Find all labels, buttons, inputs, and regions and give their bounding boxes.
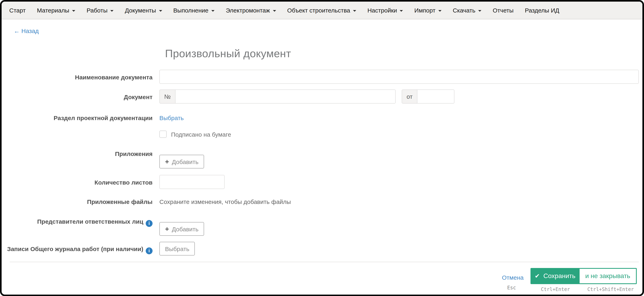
attached-files-hint: Сохраните изменения, чтобы добавить файл… [160,198,291,205]
journal-records-select-label: Выбрать [165,245,190,252]
form-row-attached-files: Приложенные файлы Сохраните изменения, ч… [2,198,639,205]
page-title: Произвольный документ [165,48,291,60]
sheet-count-input[interactable] [160,175,224,189]
app-window: Старт Материалы Работы Документы Выполне… [0,0,644,296]
back-link-label: Назад [21,28,39,34]
caret-down-icon [478,10,482,12]
save-shortcut-hint: Ctrl+Enter [530,286,580,292]
caret-down-icon [110,10,114,12]
nav-item-documents[interactable]: Документы [119,2,168,19]
caret-down-icon [353,10,356,12]
back-link[interactable]: ← Назад [14,28,39,34]
form-row-journal-records: Записи Общего журнала работ (при наличии… [2,242,639,255]
nav-item-settings[interactable]: Настройки [362,2,409,19]
caret-down-icon [273,10,276,12]
signed-on-paper-option[interactable]: Подписано на бумаге [160,131,639,138]
nav-item-import[interactable]: Импорт [409,2,447,19]
save-and-keep-open-label: и не закрывать [585,272,630,280]
document-date-group: от [402,90,454,104]
nav-item-reports[interactable]: Отчеты [487,2,519,19]
save-button-label: Сохранить [544,272,575,280]
sheet-count-label: Количество листов [2,175,160,186]
document-label: Документ [2,90,160,101]
attachments-add-button[interactable]: + Добавить [160,155,204,168]
nav-item-label: Старт [9,7,26,14]
nav-item-label: Объект строительства [287,7,350,14]
save-keep-open-shortcut-hint: Ctrl+Shift+Enter [580,286,641,292]
form-row-attachments: Приложения + Добавить [2,150,639,168]
nav-item-label: Импорт [414,7,436,14]
nav-item-materials[interactable]: Материалы [32,2,81,19]
nav-item-label: Скачать [453,7,476,14]
save-and-keep-open-button[interactable]: и не закрывать [580,269,636,283]
form-row-document: Документ № от [2,90,639,104]
representatives-label: Представители ответственных лицi [2,218,160,227]
number-addon: № [160,90,176,104]
form-row-project-section: Раздел проектной документации Выбрать [2,114,639,122]
nav-item-works[interactable]: Работы [81,2,119,19]
document-number-input[interactable] [176,90,396,104]
nav-item-execution[interactable]: Выполнение [168,2,220,19]
document-name-label: Наименование документа [2,70,160,81]
caret-down-icon [211,10,214,12]
nav-item-label: Работы [86,7,108,14]
nav-item-label: Выполнение [173,7,208,14]
nav-item-id-sections[interactable]: Разделы ИД [519,2,565,19]
form-row-sheet-count: Количество листов [2,175,639,189]
attached-files-label: Приложенные файлы [2,198,160,205]
save-button-group: ✔ Сохранить и не закрывать [530,268,636,284]
document-number-group: № [160,90,396,104]
document-date-input[interactable] [418,90,454,104]
top-navbar: Старт Материалы Работы Документы Выполне… [2,2,642,19]
form-row-representatives: Представители ответственных лицi + Добав… [2,218,639,236]
nav-item-label: Материалы [37,7,70,14]
nav-item-label: Электромонтаж [226,7,270,14]
attachments-add-label: Добавить [172,158,199,165]
form-row-document-name: Наименование документа [2,70,639,84]
footer-divider [10,261,639,262]
nav-item-download[interactable]: Скачать [447,2,487,19]
info-icon[interactable]: i [146,220,152,227]
representatives-add-label: Добавить [172,225,199,232]
back-arrow-icon: ← [14,28,20,34]
plus-icon: + [165,158,169,165]
signed-on-paper-label: Подписано на бумаге [171,131,231,138]
check-icon: ✔ [535,272,540,280]
date-addon: от [402,90,418,104]
save-button[interactable]: ✔ Сохранить [530,268,580,284]
nav-item-construction-object[interactable]: Объект строительства [282,2,362,19]
representatives-add-button[interactable]: + Добавить [160,222,204,236]
project-section-label: Раздел проектной документации [2,114,160,122]
caret-down-icon [159,10,162,12]
caret-down-icon [438,10,442,12]
nav-item-electrical[interactable]: Электромонтаж [220,2,282,19]
window-frame: Старт Материалы Работы Документы Выполне… [0,0,644,296]
document-name-input[interactable] [160,70,639,84]
cancel-link[interactable]: Отмена [502,274,524,281]
journal-records-label: Записи Общего журнала работ (при наличии… [2,242,160,254]
info-icon[interactable]: i [146,247,152,254]
nav-item-label: Отчеты [493,7,514,14]
caret-down-icon [72,10,75,12]
nav-item-label: Разделы ИД [525,7,559,14]
project-section-select-link[interactable]: Выбрать [160,114,184,121]
nav-item-label: Документы [125,7,156,14]
attachments-label: Приложения [2,150,160,158]
journal-records-select-button[interactable]: Выбрать [160,242,195,255]
signed-on-paper-checkbox[interactable] [160,131,167,138]
form-row-signed-on-paper: Подписано на бумаге [2,131,639,138]
plus-icon: + [165,225,169,232]
cancel-shortcut-hint: Esc [496,285,528,290]
nav-item-start[interactable]: Старт [4,2,32,19]
caret-down-icon [400,10,403,12]
nav-item-label: Настройки [368,7,397,14]
